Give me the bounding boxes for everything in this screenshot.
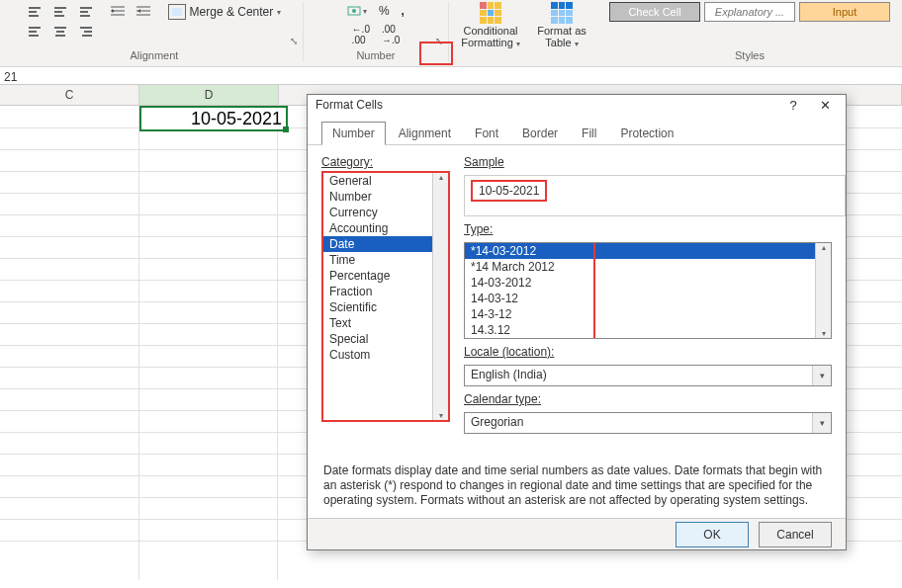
type-item-selected[interactable]: *14-03-2012: [465, 243, 831, 259]
category-item[interactable]: Accounting: [323, 220, 448, 236]
cell-style-input[interactable]: Input: [799, 2, 890, 22]
category-list[interactable]: General Number Currency Accounting Date …: [321, 171, 450, 422]
comma-label: ,: [402, 4, 405, 18]
ribbon-group-cond: Conditional Formatting ▾ Format as Table…: [449, 2, 603, 61]
locale-combobox[interactable]: English (India) ▾: [464, 365, 832, 386]
highlight-box-launcher: [419, 42, 453, 65]
column-header-d[interactable]: D: [139, 85, 279, 105]
chevron-down-icon: ▾: [812, 413, 831, 433]
svg-point-1: [352, 9, 356, 13]
table-icon: [551, 2, 573, 24]
category-item[interactable]: Text: [323, 315, 448, 331]
calendar-value: Gregorian: [465, 413, 812, 433]
chevron-down-icon: ▾: [812, 366, 831, 385]
cell-style-explanatory[interactable]: Explanatory ...: [704, 2, 795, 22]
chevron-down-icon: ▾: [363, 7, 367, 16]
money-icon: [347, 4, 361, 18]
sample-label: Sample: [464, 155, 832, 169]
category-label: Category:: [321, 155, 450, 169]
sample-value: 10-05-2021: [471, 180, 547, 202]
scrollbar[interactable]: ▴▾: [815, 243, 831, 338]
ribbon-group-styles: Check Cell Explanatory ... Input Styles: [603, 2, 896, 61]
column-header-c[interactable]: C: [0, 85, 139, 105]
dialog-buttons: OK Cancel: [308, 518, 846, 549]
decrease-indent-button[interactable]: [107, 2, 129, 22]
chevron-down-icon: ▾: [277, 8, 281, 17]
increase-indent-button[interactable]: [133, 2, 154, 22]
type-list[interactable]: *14-03-2012 *14 March 2012 14-03-2012 14…: [464, 242, 832, 339]
scrollbar[interactable]: ▴▾: [432, 173, 448, 420]
category-item[interactable]: Currency: [323, 205, 448, 220]
locale-value: English (India): [465, 366, 812, 385]
type-item[interactable]: 14.3.12: [465, 322, 831, 338]
category-item[interactable]: Custom: [323, 347, 448, 363]
percent-label: %: [379, 4, 390, 18]
category-item[interactable]: Number: [323, 189, 448, 205]
comma-format-button[interactable]: ,: [399, 2, 407, 20]
tab-font[interactable]: Font: [464, 122, 509, 144]
decrease-decimal-button[interactable]: .00→.0: [379, 22, 403, 47]
tab-number[interactable]: Number: [321, 122, 386, 145]
merge-center-button[interactable]: Merge & Center ▾: [164, 2, 286, 22]
type-label: Type:: [464, 222, 832, 236]
align-left-button[interactable]: [24, 22, 45, 42]
category-item-selected[interactable]: Date: [323, 236, 448, 252]
format-as-table-button[interactable]: Format as Table ▾: [530, 2, 593, 48]
align-center-button[interactable]: [49, 22, 71, 42]
format-description: Date formats display date and time seria…: [308, 463, 846, 518]
align-right-button[interactable]: [75, 22, 97, 42]
dialog-title: Format Cells: [316, 98, 383, 112]
dialog-help-button[interactable]: ?: [780, 95, 806, 115]
category-item[interactable]: Special: [323, 331, 448, 347]
category-item[interactable]: Scientific: [323, 299, 448, 315]
dialog-close-button[interactable]: ✕: [812, 95, 838, 115]
category-item[interactable]: Fraction: [323, 284, 448, 299]
merge-label: Merge & Center: [190, 5, 274, 19]
ribbon-group-alignment: Merge & Center ▾ Alignment ⤡: [6, 2, 304, 61]
format-cells-dialog: Format Cells ? ✕ Number Alignment Font B…: [307, 94, 847, 550]
type-item[interactable]: 14-03-12: [465, 291, 831, 306]
tab-fill[interactable]: Fill: [571, 122, 607, 144]
cond-fmt-label: Conditional Formatting: [461, 25, 517, 48]
type-item[interactable]: *14 March 2012: [465, 259, 831, 275]
conditional-formatting-icon: [480, 2, 501, 24]
ribbon-group-label: Styles: [603, 49, 896, 61]
type-item[interactable]: 2012-03-14: [465, 338, 831, 339]
calendar-combobox[interactable]: Gregorian ▾: [464, 412, 832, 434]
increase-decimal-button[interactable]: ←.0.00: [349, 22, 373, 47]
category-item[interactable]: Time: [323, 252, 448, 268]
dialog-titlebar[interactable]: Format Cells ? ✕: [308, 95, 846, 115]
locale-label: Locale (location):: [464, 345, 832, 359]
cell-style-check[interactable]: Check Cell: [609, 2, 700, 22]
category-item[interactable]: Percentage: [323, 268, 448, 284]
tab-border[interactable]: Border: [511, 122, 569, 144]
tab-alignment[interactable]: Alignment: [388, 122, 462, 144]
percent-format-button[interactable]: %: [376, 2, 393, 20]
type-item[interactable]: 14-3-12: [465, 306, 831, 322]
ribbon-group-label: Alignment: [6, 49, 303, 61]
active-cell[interactable]: 10-05-2021: [139, 106, 288, 131]
merge-icon: [168, 4, 186, 20]
conditional-formatting-button[interactable]: Conditional Formatting ▾: [459, 2, 522, 48]
type-item[interactable]: 14-03-2012: [465, 275, 831, 291]
cancel-button[interactable]: Cancel: [759, 522, 832, 547]
calendar-label: Calendar type:: [464, 392, 832, 406]
accounting-format-button[interactable]: ▾: [344, 2, 370, 20]
fmt-table-label: Format as Table: [537, 25, 586, 48]
alignment-dialog-launcher[interactable]: ⤡: [287, 34, 301, 47]
align-bottom-button[interactable]: [75, 2, 97, 22]
tab-protection[interactable]: Protection: [609, 122, 684, 144]
align-top-button[interactable]: [24, 2, 45, 22]
sample-box: 10-05-2021: [464, 175, 846, 216]
dialog-tabs: Number Alignment Font Border Fill Protec…: [308, 115, 846, 145]
category-item[interactable]: General: [323, 173, 448, 189]
ok-button[interactable]: OK: [676, 522, 749, 547]
align-middle-button[interactable]: [49, 2, 71, 22]
